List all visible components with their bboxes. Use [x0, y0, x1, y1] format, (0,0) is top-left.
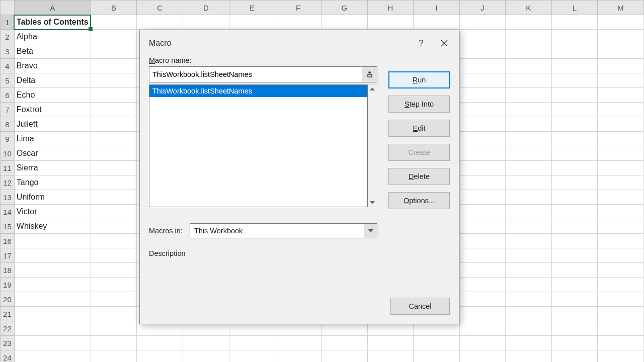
cell[interactable]	[551, 117, 598, 132]
cell[interactable]	[91, 132, 137, 146]
cell[interactable]	[91, 161, 137, 175]
cell[interactable]	[14, 292, 91, 307]
cell[interactable]	[459, 88, 505, 103]
cell[interactable]	[551, 132, 598, 146]
column-header[interactable]: J	[459, 1, 505, 15]
cell[interactable]	[91, 350, 137, 363]
column-header[interactable]: F	[275, 1, 321, 15]
row-header[interactable]: 13	[1, 190, 15, 205]
cell[interactable]	[598, 132, 644, 146]
cell[interactable]	[551, 205, 598, 219]
cell[interactable]	[321, 15, 367, 30]
cell[interactable]	[598, 336, 644, 350]
cell[interactable]	[183, 15, 229, 30]
cell[interactable]	[506, 219, 552, 234]
cell[interactable]	[551, 15, 598, 30]
cell[interactable]	[506, 132, 552, 146]
cell[interactable]	[459, 248, 505, 263]
cell[interactable]	[506, 161, 552, 175]
cell[interactable]	[91, 88, 137, 103]
cell[interactable]	[551, 161, 598, 175]
cell[interactable]	[551, 336, 598, 350]
cell[interactable]	[459, 15, 505, 30]
cell[interactable]	[229, 15, 275, 30]
cell[interactable]	[598, 73, 644, 88]
cell[interactable]	[598, 292, 644, 307]
cell[interactable]	[91, 103, 137, 117]
cell[interactable]	[551, 219, 598, 234]
list-item[interactable]: ThisWorkbook.listSheetNames	[149, 85, 367, 97]
cell[interactable]	[506, 59, 552, 73]
row-header[interactable]: 7	[1, 103, 15, 117]
cell[interactable]	[367, 350, 414, 363]
cell[interactable]	[598, 219, 644, 234]
cell[interactable]	[598, 205, 644, 219]
cell[interactable]	[459, 278, 505, 292]
cell[interactable]	[414, 15, 459, 30]
cell[interactable]	[367, 15, 414, 30]
cell[interactable]: Oscar	[14, 146, 91, 161]
cell[interactable]: Delta	[14, 73, 91, 88]
cell[interactable]	[506, 336, 552, 350]
column-header[interactable]: C	[137, 1, 183, 15]
cell[interactable]	[506, 73, 552, 88]
cell[interactable]	[91, 307, 137, 321]
cell[interactable]	[91, 146, 137, 161]
cell[interactable]	[459, 292, 505, 307]
cell[interactable]	[598, 59, 644, 73]
cell[interactable]	[459, 30, 505, 44]
cell[interactable]	[506, 190, 552, 205]
cell[interactable]	[459, 175, 505, 190]
cell[interactable]	[506, 307, 552, 321]
row-header[interactable]: 24	[1, 350, 15, 363]
cell[interactable]	[459, 336, 505, 350]
cell[interactable]	[551, 175, 598, 190]
cell[interactable]	[551, 278, 598, 292]
cell[interactable]	[91, 59, 137, 73]
column-header[interactable]: L	[551, 1, 598, 15]
cell[interactable]	[506, 15, 552, 30]
column-header[interactable]: D	[183, 1, 229, 15]
cell[interactable]	[14, 321, 91, 336]
cell[interactable]	[551, 190, 598, 205]
cell[interactable]	[14, 278, 91, 292]
cell[interactable]	[14, 350, 91, 363]
cell[interactable]	[506, 292, 552, 307]
row-header[interactable]: 18	[1, 263, 15, 278]
row-header[interactable]: 2	[1, 30, 15, 44]
cell[interactable]	[506, 175, 552, 190]
cell[interactable]	[459, 161, 505, 175]
cell[interactable]	[551, 307, 598, 321]
cell[interactable]	[598, 103, 644, 117]
cell[interactable]	[137, 336, 183, 350]
cell[interactable]	[137, 350, 183, 363]
cell[interactable]	[91, 219, 137, 234]
cell[interactable]	[551, 59, 598, 73]
cell[interactable]	[229, 336, 275, 350]
cell[interactable]	[367, 336, 414, 350]
cell[interactable]	[183, 350, 229, 363]
cell[interactable]	[459, 146, 505, 161]
cell[interactable]	[459, 117, 505, 132]
cell[interactable]	[598, 146, 644, 161]
cell[interactable]	[91, 44, 137, 59]
row-header[interactable]: 6	[1, 88, 15, 103]
row-header[interactable]: 3	[1, 44, 15, 59]
column-header[interactable]: A	[14, 1, 91, 15]
row-header[interactable]: 9	[1, 132, 15, 146]
cell[interactable]	[414, 336, 459, 350]
row-header[interactable]: 16	[1, 234, 15, 248]
cell[interactable]	[551, 248, 598, 263]
column-header[interactable]: H	[367, 1, 414, 15]
run-button[interactable]: Run	[388, 71, 450, 88]
cell[interactable]	[598, 234, 644, 248]
cell[interactable]	[459, 219, 505, 234]
dialog-titlebar[interactable]: Macro ?	[140, 30, 459, 56]
cell[interactable]	[506, 321, 552, 336]
cell[interactable]	[598, 15, 644, 30]
cell[interactable]	[551, 146, 598, 161]
cell[interactable]	[91, 292, 137, 307]
cell[interactable]	[598, 175, 644, 190]
cell[interactable]	[91, 263, 137, 278]
column-header[interactable]: M	[598, 1, 644, 15]
